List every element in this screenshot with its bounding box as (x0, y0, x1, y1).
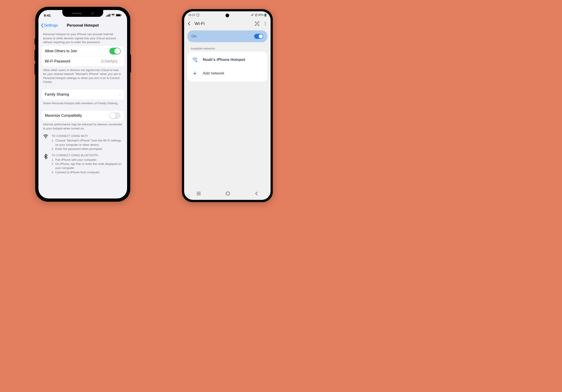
svg-rect-14 (265, 14, 266, 16)
more-menu-icon[interactable] (263, 21, 268, 26)
compat-toggle[interactable] (109, 112, 121, 119)
recents-button[interactable] (196, 192, 201, 195)
status-time: 9:41 (44, 13, 51, 17)
allow-others-row[interactable]: Allow Others to Join (42, 46, 124, 56)
family-sharing-group: Family Sharing › (42, 90, 124, 100)
svg-rect-25 (226, 192, 229, 195)
wifi-password-value: 2c3defghij (101, 59, 117, 63)
front-camera (91, 12, 94, 15)
wifi-step-2: 2Enter the password when prompted. (52, 147, 123, 151)
bt-step-1: 1Pair iPhone with your computer. (52, 158, 123, 162)
wifi-icon (111, 14, 115, 17)
qr-scan-icon[interactable] (255, 21, 260, 26)
ios-content-scroll[interactable]: Personal Hotspot on your iPhone can prov… (38, 30, 127, 199)
network-name: Noah's iPhone Hotspot (203, 57, 245, 62)
svg-point-18 (265, 24, 266, 25)
power-button[interactable] (130, 55, 131, 73)
allow-others-label: Allow Others to Join (45, 49, 77, 53)
network-row[interactable]: Noah's iPhone Hotspot (187, 53, 267, 67)
bluetooth-icon (43, 154, 48, 174)
available-networks-label: Available networks (184, 44, 270, 52)
bluetooth-instructions: TO CONNECT USING BLUETOOTH 1Pair iPhone … (38, 151, 127, 175)
bt-step-2: 2On iPhone, tap Pair or enter the code d… (52, 162, 123, 170)
allow-note: Allow other users or devices not signed … (38, 66, 127, 86)
android-header: Wi-Fi (184, 19, 270, 29)
back-label: Settings (44, 23, 58, 28)
svg-point-17 (265, 23, 266, 24)
family-sharing-row[interactable]: Family Sharing › (42, 90, 124, 100)
wifi-toggle[interactable] (254, 34, 263, 39)
speaker-grille (72, 13, 82, 14)
svg-point-7 (46, 138, 46, 139)
mute-icon (251, 14, 254, 16)
svg-rect-1 (107, 15, 108, 17)
wifi-hotspot-icon (192, 57, 198, 63)
battery-icon (264, 13, 267, 17)
wifi-icon (43, 134, 48, 151)
svg-rect-2 (108, 14, 109, 17)
battery-text: 95% (258, 13, 264, 17)
svg-rect-15 (257, 23, 258, 24)
iphone-notch (62, 10, 103, 17)
plus-icon (192, 70, 198, 76)
bt-step-3: 3Connect to iPhone from computer. (52, 170, 123, 174)
compat-label: Maximize Compatibility (45, 113, 82, 118)
svg-rect-0 (106, 16, 107, 17)
compat-row[interactable]: Maximize Compatibility (42, 111, 124, 121)
svg-point-19 (196, 61, 197, 62)
chevron-right-icon: › (119, 92, 121, 97)
bt-instr-head: TO CONNECT USING BLUETOOTH (52, 154, 123, 157)
wifi-password-row[interactable]: Wi-Fi Password 2c3defghij › (42, 56, 124, 66)
compat-group: Maximize Compatibility (42, 111, 124, 121)
chevron-left-icon (41, 23, 43, 28)
wifi-password-label: Wi-Fi Password (45, 59, 70, 63)
ios-nav-bar: Settings Personal Hotspot (38, 21, 127, 30)
wifi-on-label: On (191, 34, 197, 39)
svg-rect-6 (121, 15, 121, 16)
no-location-icon (255, 14, 258, 16)
svg-point-16 (265, 22, 266, 22)
intro-note: Personal Hotspot on your iPhone can prov… (38, 30, 127, 46)
wifi-instr-head: TO CONNECT USING WI-FI (52, 134, 123, 138)
home-button[interactable] (225, 191, 230, 196)
hotspot-group: Allow Others to Join Wi-Fi Password 2c3d… (42, 46, 124, 66)
iphone-screen: 9:41 Settings Personal Hotspot (38, 10, 127, 199)
cellular-icon (106, 14, 110, 17)
svg-rect-3 (110, 14, 110, 17)
punch-hole-camera (225, 14, 229, 17)
wifi-instructions: TO CONNECT USING WI-FI 1Choose "Michael'… (38, 132, 127, 151)
android-device-frame: 16:23 95% Wi-Fi (182, 9, 273, 202)
battery-icon (116, 14, 122, 17)
mute-switch[interactable] (35, 39, 35, 45)
wifi-master-toggle-row[interactable]: On (187, 30, 267, 42)
nav-back-button[interactable] (255, 191, 258, 196)
networks-card: Noah's iPhone Hotspot Add network (187, 52, 267, 81)
volume-up-button[interactable] (35, 50, 35, 61)
svg-rect-5 (116, 14, 120, 16)
android-nav-bar (184, 190, 270, 198)
svg-line-11 (255, 14, 257, 16)
iphone-device-frame: 9:41 Settings Personal Hotspot (35, 7, 130, 202)
allow-others-toggle[interactable] (109, 48, 121, 55)
page-title: Wi-Fi (195, 21, 205, 26)
chevron-right-icon: › (119, 59, 121, 64)
volume-down-button[interactable] (35, 64, 35, 75)
back-button[interactable] (187, 21, 191, 26)
family-note: Share Personal Hotspot with members of F… (38, 100, 127, 107)
compat-note: Internet performance may be reduced for … (38, 121, 127, 132)
status-time: 16:23 (188, 13, 195, 17)
android-screen: 16:23 95% Wi-Fi (184, 11, 270, 200)
wifi-step-1: 1Choose "Michael's iPhone" from the Wi-F… (52, 139, 123, 147)
svg-rect-8 (197, 14, 199, 16)
notification-icon (196, 14, 199, 16)
add-network-row[interactable]: Add network (187, 67, 267, 80)
family-sharing-label: Family Sharing (45, 92, 69, 97)
back-button[interactable]: Settings (41, 23, 58, 28)
add-network-label: Add network (203, 71, 224, 76)
